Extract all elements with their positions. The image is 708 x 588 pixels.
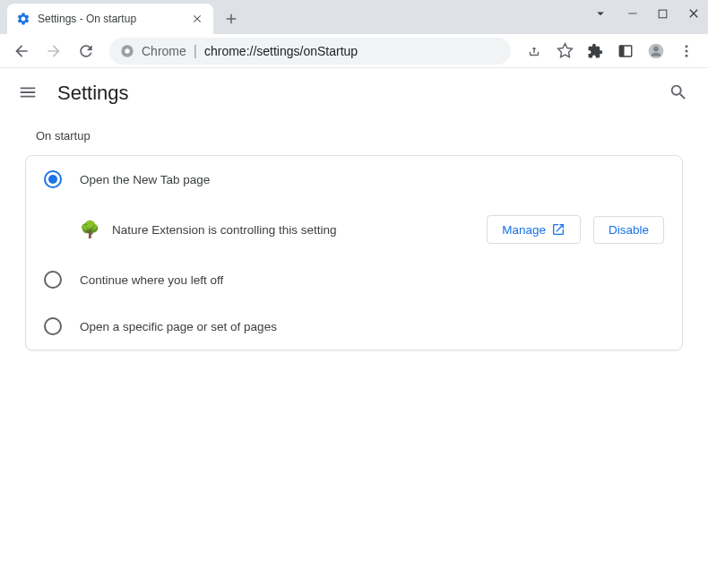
- disable-button[interactable]: Disable: [593, 216, 664, 244]
- option-label: Open the New Tab page: [80, 173, 664, 186]
- svg-point-6: [653, 46, 659, 51]
- menu-dots-icon[interactable]: [678, 42, 695, 60]
- svg-point-8: [686, 49, 688, 52]
- radio-selected-icon[interactable]: [44, 170, 62, 188]
- settings-content: On startup Open the New Tab page 🌳 Natur…: [0, 118, 708, 361]
- option-specific-pages[interactable]: Open a specific page or set of pages: [26, 303, 682, 350]
- tab-bar: Settings - On startup: [0, 0, 708, 34]
- settings-gear-icon: [16, 12, 30, 26]
- back-button[interactable]: [7, 37, 36, 65]
- chrome-logo-icon: [120, 44, 134, 58]
- tab-close-icon[interactable]: [190, 12, 204, 26]
- tab-title: Settings - On startup: [38, 13, 183, 25]
- search-icon[interactable]: [669, 82, 690, 104]
- svg-point-9: [686, 54, 688, 56]
- sidepanel-icon[interactable]: [617, 42, 635, 60]
- browser-toolbar: Chrome | chrome://settings/onStartup: [0, 34, 708, 68]
- extension-app-icon: 🌳: [80, 220, 99, 239]
- url-text: chrome://settings/onStartup: [204, 44, 358, 58]
- radio-icon[interactable]: [44, 271, 62, 289]
- new-tab-button[interactable]: [219, 6, 244, 31]
- option-label: Open a specific page or set of pages: [80, 320, 664, 333]
- extension-notice: 🌳 Nature Extension is controlling this s…: [26, 203, 682, 256]
- manage-button[interactable]: Manage: [487, 215, 581, 244]
- forward-button[interactable]: [39, 37, 68, 65]
- url-separator: |: [194, 43, 197, 59]
- window-controls: [592, 5, 701, 22]
- svg-point-7: [686, 45, 688, 48]
- bookmark-star-icon[interactable]: [556, 42, 574, 60]
- startup-options-card: Open the New Tab page 🌳 Nature Extension…: [25, 155, 683, 350]
- browser-tab[interactable]: Settings - On startup: [7, 4, 213, 34]
- share-icon[interactable]: [525, 42, 543, 60]
- open-external-icon: [551, 222, 566, 237]
- hamburger-menu-icon[interactable]: [18, 82, 39, 104]
- address-bar[interactable]: Chrome | chrome://settings/onStartup: [109, 38, 511, 65]
- svg-rect-0: [659, 10, 667, 18]
- svg-point-2: [125, 48, 129, 53]
- settings-header: Settings: [0, 68, 708, 118]
- profile-avatar-icon[interactable]: [647, 42, 665, 60]
- extension-message: Nature Extension is controlling this set…: [112, 223, 474, 237]
- option-continue[interactable]: Continue where you left off: [26, 256, 682, 303]
- window-close-icon[interactable]: [686, 6, 701, 21]
- disable-label: Disable: [609, 223, 649, 237]
- manage-label: Manage: [502, 223, 546, 237]
- toolbar-actions: [520, 42, 701, 60]
- reload-button[interactable]: [72, 37, 100, 65]
- radio-icon[interactable]: [44, 317, 62, 335]
- url-prefix: Chrome: [142, 44, 186, 58]
- section-title: On startup: [25, 129, 683, 143]
- window-maximize-icon[interactable]: [657, 8, 669, 20]
- option-label: Continue where you left off: [80, 273, 664, 287]
- window-minimize-icon[interactable]: [626, 7, 639, 20]
- option-new-tab[interactable]: Open the New Tab page: [26, 156, 682, 203]
- chevron-down-icon[interactable]: [592, 5, 609, 22]
- extensions-puzzle-icon[interactable]: [586, 42, 604, 60]
- svg-rect-4: [619, 46, 624, 56]
- page-title: Settings: [57, 82, 651, 105]
